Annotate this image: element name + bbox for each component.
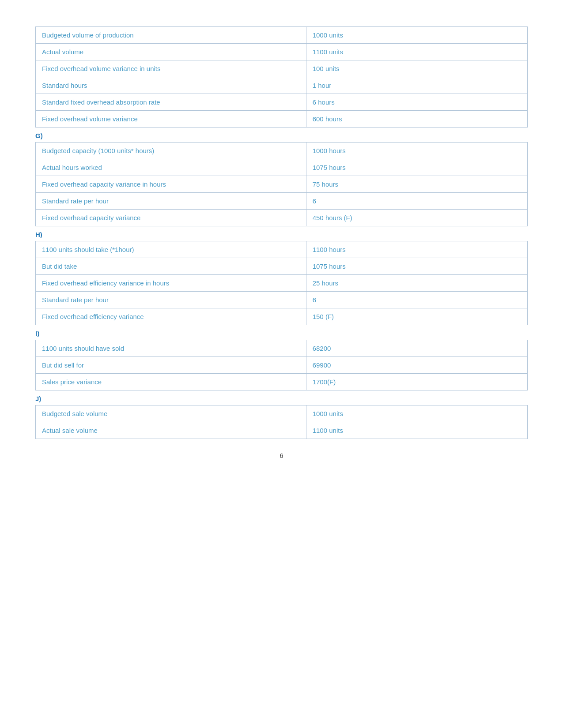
table-row: Actual sale volume1100 units bbox=[36, 422, 528, 439]
row-value: 1075 hours bbox=[306, 159, 527, 176]
row-value: 1000 units bbox=[306, 405, 527, 422]
row-label: 1100 units should take (*1hour) bbox=[36, 241, 306, 258]
row-value: 6 hours bbox=[306, 94, 527, 111]
row-label: Actual hours worked bbox=[36, 159, 306, 176]
table-row: 1100 units should take (*1hour)1100 hour… bbox=[36, 241, 528, 258]
row-value: 1700(F) bbox=[306, 374, 527, 390]
table-row: Standard hours1 hour bbox=[36, 77, 528, 94]
section-label-g: G) bbox=[35, 132, 528, 139]
table-row: Actual hours worked1075 hours bbox=[36, 159, 528, 176]
row-value: 1075 hours bbox=[306, 258, 527, 275]
row-label: Standard rate per hour bbox=[36, 292, 306, 308]
section-label-i: I) bbox=[35, 330, 528, 337]
row-label: Standard fixed overhead absorption rate bbox=[36, 94, 306, 111]
section-label-h: H) bbox=[35, 231, 528, 238]
row-value: 1100 hours bbox=[306, 241, 527, 258]
row-label: Budgeted volume of production bbox=[36, 27, 306, 44]
row-label: Fixed overhead capacity variance bbox=[36, 210, 306, 226]
row-label: Actual sale volume bbox=[36, 422, 306, 439]
row-label: But did take bbox=[36, 258, 306, 275]
table-row: Standard fixed overhead absorption rate6… bbox=[36, 94, 528, 111]
row-value: 600 hours bbox=[306, 111, 527, 128]
table-row: Fixed overhead efficiency variance in ho… bbox=[36, 275, 528, 292]
table-row: Fixed overhead volume variance in units1… bbox=[36, 60, 528, 77]
table-row: Sales price variance1700(F) bbox=[36, 374, 528, 390]
row-value: 1000 units bbox=[306, 27, 527, 44]
table-row: Fixed overhead capacity variance450 hour… bbox=[36, 210, 528, 226]
page-number: 6 bbox=[35, 452, 528, 459]
table-row: Fixed overhead capacity variance in hour… bbox=[36, 176, 528, 193]
row-label: Standard rate per hour bbox=[36, 193, 306, 210]
row-label: Sales price variance bbox=[36, 374, 306, 390]
table-row: Standard rate per hour6 bbox=[36, 292, 528, 308]
row-label: Fixed overhead capacity variance in hour… bbox=[36, 176, 306, 193]
row-label: Actual volume bbox=[36, 44, 306, 60]
section-label-j: J) bbox=[35, 395, 528, 402]
row-value: 69900 bbox=[306, 357, 527, 374]
row-value: 75 hours bbox=[306, 176, 527, 193]
row-value: 450 hours (F) bbox=[306, 210, 527, 226]
section-table-3: 1100 units should have sold68200But did … bbox=[35, 340, 528, 390]
row-label: But did sell for bbox=[36, 357, 306, 374]
table-row: Budgeted capacity (1000 units* hours)100… bbox=[36, 143, 528, 159]
row-value: 6 bbox=[306, 292, 527, 308]
section-table-2: 1100 units should take (*1hour)1100 hour… bbox=[35, 241, 528, 325]
row-value: 68200 bbox=[306, 340, 527, 357]
row-label: Fixed overhead volume variance bbox=[36, 111, 306, 128]
table-row: Standard rate per hour6 bbox=[36, 193, 528, 210]
row-value: 1 hour bbox=[306, 77, 527, 94]
row-value: 1100 units bbox=[306, 422, 527, 439]
row-label: Budgeted sale volume bbox=[36, 405, 306, 422]
section-table-1: Budgeted capacity (1000 units* hours)100… bbox=[35, 142, 528, 226]
row-value: 1000 hours bbox=[306, 143, 527, 159]
table-row: But did take1075 hours bbox=[36, 258, 528, 275]
table-row: But did sell for69900 bbox=[36, 357, 528, 374]
row-value: 150 (F) bbox=[306, 308, 527, 325]
section-table-0: Budgeted volume of production1000 unitsA… bbox=[35, 26, 528, 128]
row-label: Budgeted capacity (1000 units* hours) bbox=[36, 143, 306, 159]
row-label: Fixed overhead volume variance in units bbox=[36, 60, 306, 77]
table-row: Fixed overhead efficiency variance150 (F… bbox=[36, 308, 528, 325]
table-row: Budgeted volume of production1000 units bbox=[36, 27, 528, 44]
row-value: 6 bbox=[306, 193, 527, 210]
row-label: Standard hours bbox=[36, 77, 306, 94]
row-label: Fixed overhead efficiency variance bbox=[36, 308, 306, 325]
table-row: Fixed overhead volume variance600 hours bbox=[36, 111, 528, 128]
table-row: 1100 units should have sold68200 bbox=[36, 340, 528, 357]
row-value: 1100 units bbox=[306, 44, 527, 60]
row-label: Fixed overhead efficiency variance in ho… bbox=[36, 275, 306, 292]
row-value: 25 hours bbox=[306, 275, 527, 292]
table-row: Budgeted sale volume1000 units bbox=[36, 405, 528, 422]
table-row: Actual volume1100 units bbox=[36, 44, 528, 60]
section-table-4: Budgeted sale volume1000 unitsActual sal… bbox=[35, 405, 528, 439]
row-label: 1100 units should have sold bbox=[36, 340, 306, 357]
row-value: 100 units bbox=[306, 60, 527, 77]
